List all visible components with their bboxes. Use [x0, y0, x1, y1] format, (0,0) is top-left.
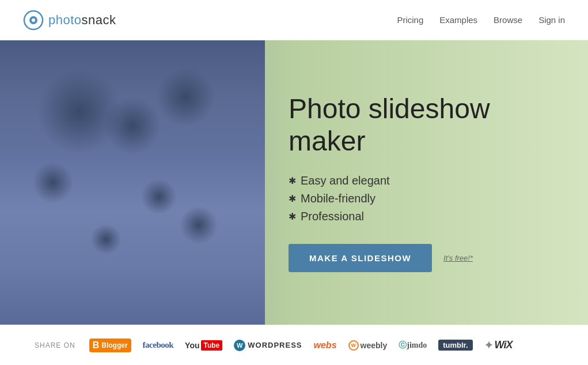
weebly-logo[interactable]: w weebly	[348, 340, 388, 351]
share-label: SHARE ON	[35, 341, 75, 349]
facebook-logo[interactable]: facebook	[143, 340, 174, 350]
main-nav: Pricing Examples Browse Sign in	[397, 15, 565, 25]
make-slideshow-button[interactable]: MAKE A SLIDESHOW	[289, 244, 432, 272]
logo-icon	[23, 10, 44, 31]
free-label[interactable]: It's free!*	[443, 254, 473, 262]
share-logos: B Blogger facebook You Tube W WordPress …	[89, 338, 513, 352]
hero-title: Photo slideshow maker	[289, 93, 553, 156]
share-bar: SHARE ON B Blogger facebook You Tube W W…	[0, 325, 588, 365]
feature-2: Mobile-friendly	[289, 192, 553, 205]
feature-3: Professional	[289, 210, 553, 223]
logo[interactable]: photosnack	[23, 10, 116, 31]
nav-examples[interactable]: Examples	[439, 15, 477, 25]
hero-content: Photo slideshow maker Easy and elegant M…	[265, 58, 588, 306]
blogger-logo[interactable]: B Blogger	[89, 338, 131, 352]
cta-row: MAKE A SLIDESHOW It's free!*	[289, 244, 553, 272]
jimdo-logo[interactable]: ⓒjimdo	[399, 340, 427, 351]
hero-section: Photo slideshow maker Easy and elegant M…	[0, 40, 588, 325]
feature-1: Easy and elegant	[289, 174, 553, 187]
webs-logo[interactable]: webs	[314, 340, 337, 351]
tumblr-logo[interactable]: tumblr.	[438, 340, 472, 351]
wordpress-logo[interactable]: W WordPress	[234, 340, 302, 351]
svg-point-2	[32, 18, 35, 22]
header: photosnack Pricing Examples Browse Sign …	[0, 0, 588, 40]
hero-features: Easy and elegant Mobile-friendly Profess…	[289, 174, 553, 223]
nav-browse[interactable]: Browse	[494, 15, 522, 25]
nav-signin[interactable]: Sign in	[538, 15, 565, 25]
wix-logo[interactable]: ✦ WiX	[484, 339, 513, 352]
nav-pricing[interactable]: Pricing	[397, 15, 423, 25]
hero-image	[0, 40, 265, 325]
youtube-logo[interactable]: You Tube	[185, 340, 222, 351]
logo-text: photosnack	[48, 13, 116, 28]
